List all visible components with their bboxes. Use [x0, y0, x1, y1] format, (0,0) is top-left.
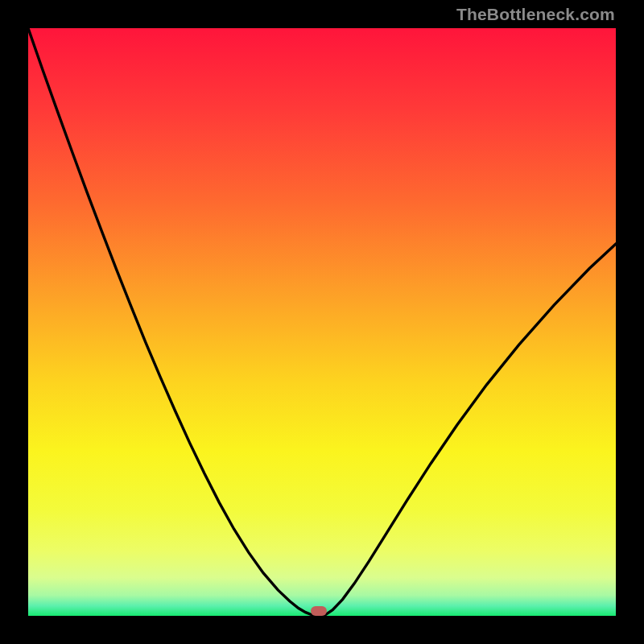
chart-frame: TheBottleneck.com	[0, 0, 644, 644]
optimum-marker	[311, 606, 327, 616]
watermark-text: TheBottleneck.com	[456, 5, 615, 24]
plot-area	[28, 28, 616, 616]
bottleneck-curve	[28, 28, 616, 616]
